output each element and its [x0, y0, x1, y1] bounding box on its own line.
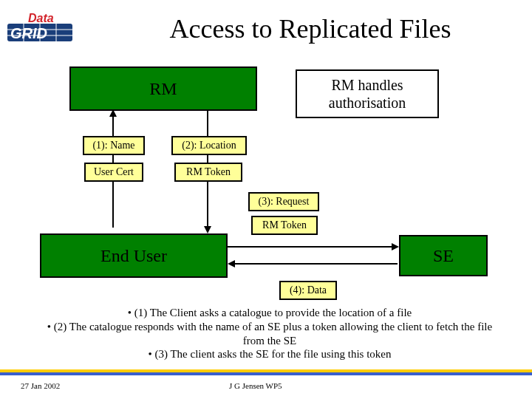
slide-title: Access to Replicated Files	[111, 13, 510, 44]
step1-label: (1): Name	[92, 140, 134, 151]
step3-label-box: (3): Request	[248, 192, 319, 211]
bullet-1: • (1) The Client asks a catalogue to pro…	[44, 306, 495, 320]
footer-date: 27 Jan 2002	[21, 381, 60, 390]
rm-token-down-label-box: RM Token	[174, 163, 242, 182]
arrow-step3-line	[228, 246, 393, 248]
slide: Data GRID Access to Replicated Files RM …	[0, 0, 532, 399]
logo-top-text: Data	[28, 12, 54, 24]
footer-bar-blue	[0, 372, 532, 375]
step4-label: (4): Data	[290, 284, 327, 296]
se-label: SE	[433, 246, 454, 266]
logo-bottom-text: GRID	[10, 25, 47, 41]
end-user-box: End User	[40, 233, 228, 278]
step4-label-box: (4): Data	[279, 281, 337, 300]
bullets-block: • (1) The Client asks a catalogue to pro…	[44, 306, 495, 361]
rm-token-down-label: RM Token	[186, 166, 231, 178]
footer-center: J G Jensen WP5	[229, 381, 282, 390]
user-cert-label-box: User Cert	[84, 163, 143, 182]
step2-label: (2): Location	[182, 140, 236, 151]
rm-label: RM	[149, 79, 177, 99]
rm-note-text: RM handles authorisation	[297, 76, 437, 112]
arrow-step1-head	[109, 109, 117, 117]
se-box: SE	[399, 235, 488, 276]
step1-label-box: (1): Name	[83, 136, 145, 155]
datagrid-logo: Data GRID	[6, 10, 77, 49]
rm-token-right-label-box: RM Token	[251, 216, 318, 235]
step3-label: (3): Request	[259, 196, 310, 208]
arrow-step4-line	[233, 263, 398, 265]
rm-box: RM	[69, 66, 257, 111]
arrow-step4-head	[228, 260, 235, 267]
arrow-step2-head	[204, 226, 211, 233]
rm-note-box: RM handles authorisation	[296, 69, 439, 118]
rm-token-right-label: RM Token	[262, 219, 307, 231]
end-user-label: End User	[100, 246, 167, 266]
step2-label-box: (2): Location	[171, 136, 247, 155]
arrow-step3-head	[392, 243, 399, 250]
bullet-3: • (3) The client asks the SE for the fil…	[44, 347, 495, 361]
user-cert-label: User Cert	[94, 166, 134, 178]
bullet-2: • (2) The catalogue responds with the na…	[44, 320, 495, 348]
